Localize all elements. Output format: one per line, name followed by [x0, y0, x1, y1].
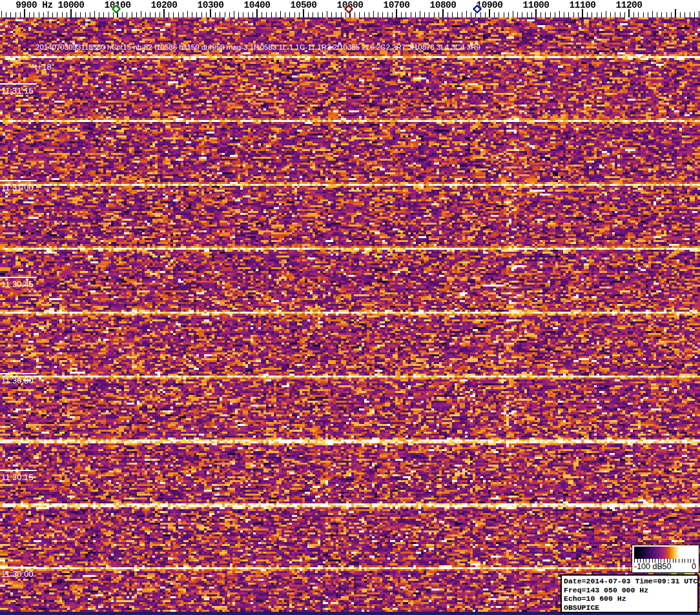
ruler-tick-label: 10300	[198, 0, 224, 10]
time-tick-line	[0, 83, 37, 85]
ruler-tick-label: 11000	[523, 0, 550, 10]
time-label: 11:30:00	[1, 569, 34, 579]
spectrogram-canvas	[0, 0, 700, 615]
time-tick-line	[0, 567, 37, 568]
time-tick-line	[0, 373, 37, 374]
ruler-tick-label: 10800	[430, 0, 457, 10]
frequency-ruler: 9900 Hz100001010010200103001040010500106…	[0, 0, 700, 17]
color-scale-gradient	[634, 547, 697, 559]
info-line: Freq=143 050 000 Hz	[564, 586, 695, 595]
ruler-tick-label: 11100	[570, 0, 596, 10]
time-tick-line	[0, 470, 37, 471]
time-label: 11:30:30	[1, 376, 34, 385]
ruler-tick-label: 10400	[244, 0, 271, 10]
ruler-tick-label: 10500	[291, 0, 317, 10]
time-label: 11:30:45	[1, 279, 34, 289]
ruler-tick-label: 10700	[384, 0, 410, 10]
info-line: OBSUPICE	[564, 603, 695, 612]
detection-annotation: 20140703093118580 hCnt15 nb-82 f10586 hi…	[36, 43, 480, 51]
legend-label-mid: -50	[659, 562, 671, 571]
time-axis: 11:31:1511:31:0011:30:4511:30:3011:30:15…	[0, 0, 77, 615]
info-line: Echo=10 600 Hz	[564, 594, 695, 603]
ruler-tick-label: 10200	[151, 0, 178, 10]
time-label: 11:30:15	[1, 472, 34, 482]
color-scale-labels: -100 dB -50 0	[632, 563, 699, 572]
legend-label-max: 0	[692, 562, 696, 571]
time-tick-line	[0, 277, 37, 278]
ruler-tick-label: 11200	[616, 0, 643, 10]
time-label: 11:31:00	[1, 183, 34, 192]
color-scale-legend: -100 dB -50 0	[632, 545, 699, 573]
time-label: 11:31:15	[1, 86, 34, 96]
legend-label-min: -100 dB	[634, 562, 663, 571]
info-line: Date=2014-07-03 Time=09:31 UTC	[564, 577, 695, 586]
time-tick-line	[0, 180, 37, 181]
spectrogram-screen: 9900 Hz100001010010200103001040010500106…	[0, 0, 700, 615]
info-box: Date=2014-07-03 Time=09:31 UTCFreq=143 0…	[561, 574, 699, 613]
